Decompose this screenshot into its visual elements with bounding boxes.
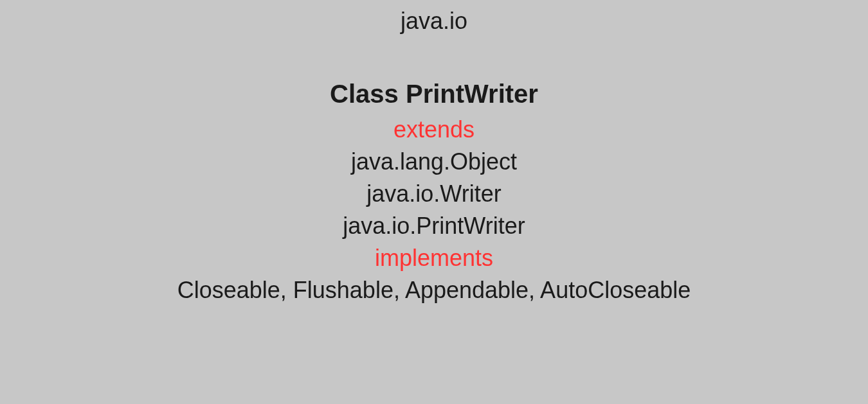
class-title: Class PrintWriter (330, 80, 538, 109)
hierarchy-level-1: java.lang.Object (351, 148, 517, 175)
package-name: java.io (401, 8, 467, 35)
extends-keyword: extends (393, 116, 475, 143)
implements-keyword: implements (375, 245, 493, 272)
hierarchy-level-2: java.io.Writer (366, 180, 501, 207)
interfaces-list: Closeable, Flushable, Appendable, AutoCl… (177, 277, 691, 304)
hierarchy-level-3: java.io.PrintWriter (343, 213, 525, 240)
